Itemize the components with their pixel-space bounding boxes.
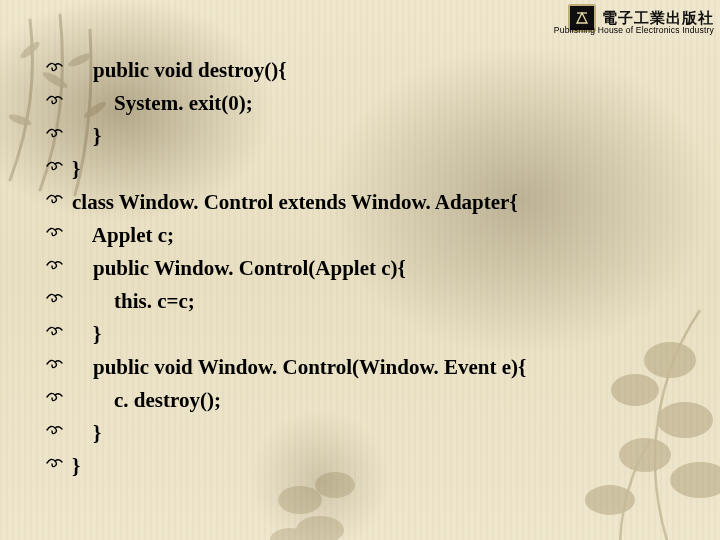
publisher-name-en: Publishing House of Electronics Industry (554, 25, 714, 35)
bullet-icon (44, 353, 72, 381)
svg-point-0 (18, 39, 42, 61)
slide: 電子工業出版社 Publishing House of Electronics … (0, 0, 720, 540)
code-line: class Window. Control extends Window. Ad… (44, 188, 680, 216)
code-text: } (72, 122, 101, 150)
code-line: public void destroy(){ (44, 56, 680, 84)
code-line: } (44, 122, 680, 150)
code-text: } (72, 419, 101, 447)
bullet-icon (44, 452, 72, 480)
bullet-icon (44, 320, 72, 348)
code-line: } (44, 155, 680, 183)
code-line: public void Window. Control(Window. Even… (44, 353, 680, 381)
code-text: public void Window. Control(Window. Even… (72, 353, 526, 381)
code-text: public Window. Control(Applet c){ (72, 254, 406, 282)
svg-point-11 (278, 486, 322, 514)
code-text: } (72, 452, 80, 480)
code-text: class Window. Control extends Window. Ad… (72, 188, 518, 216)
code-text: } (72, 320, 101, 348)
code-text: Applet c; (72, 221, 174, 249)
code-line: this. c=c; (44, 287, 680, 315)
code-line: Applet c; (44, 221, 680, 249)
code-text: c. destroy(); (72, 386, 221, 414)
svg-point-10 (585, 485, 635, 515)
code-line: public Window. Control(Applet c){ (44, 254, 680, 282)
code-line: c. destroy(); (44, 386, 680, 414)
code-line: System. exit(0); (44, 89, 680, 117)
bullet-icon (44, 254, 72, 282)
code-block: public void destroy(){ System. exit(0); … (44, 56, 680, 485)
code-line: } (44, 452, 680, 480)
bullet-icon (44, 56, 72, 84)
bullet-icon (44, 419, 72, 447)
bullet-icon (44, 122, 72, 150)
code-line: } (44, 320, 680, 348)
svg-point-14 (270, 528, 310, 540)
code-line: } (44, 419, 680, 447)
bullet-icon (44, 89, 72, 117)
code-text: this. c=c; (72, 287, 195, 315)
bullet-icon (44, 287, 72, 315)
code-text: } (72, 155, 80, 183)
bullet-icon (44, 221, 72, 249)
bullet-icon (44, 188, 72, 216)
bullet-icon (44, 386, 72, 414)
code-text: public void destroy(){ (72, 56, 286, 84)
svg-point-13 (296, 516, 344, 540)
bullet-icon (44, 155, 72, 183)
svg-point-3 (7, 112, 32, 128)
code-text: System. exit(0); (72, 89, 253, 117)
